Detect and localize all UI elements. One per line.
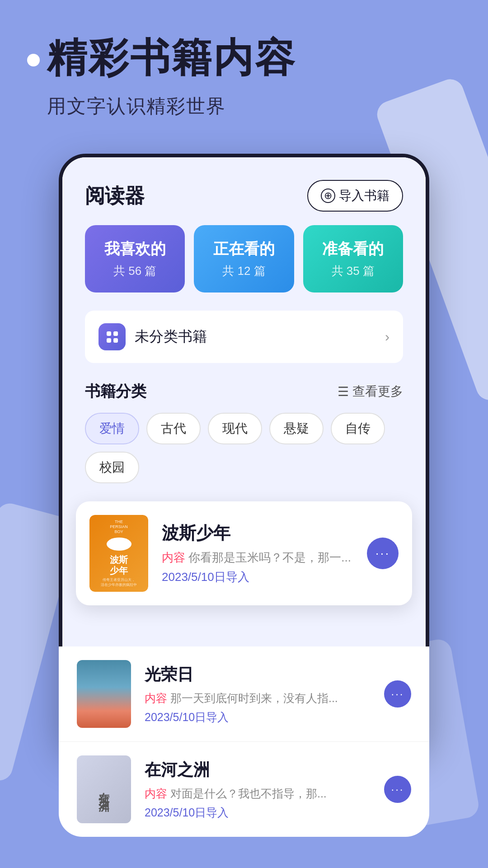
- book-cover-persian: THEPERSIANBOY 波斯少年 传奇王者亚历山大，活在少年亦敌的疯狂中: [89, 515, 148, 592]
- list-icon: ☰: [338, 384, 349, 399]
- book-date-0: 2023/5/10日导入: [162, 569, 353, 585]
- tag-love[interactable]: 爱情: [85, 413, 139, 444]
- category-favorite[interactable]: 我喜欢的 共 56 篇: [85, 225, 185, 292]
- app-title: 阅读器: [85, 183, 145, 209]
- dots-grid: [101, 326, 123, 348]
- tag-biography[interactable]: 自传: [331, 413, 385, 444]
- excerpt-text-0: 你看那是玉米吗？不是，那一...: [188, 551, 351, 564]
- tag-label-4: 自传: [345, 421, 371, 435]
- three-dots-icon-2: ···: [391, 783, 404, 796]
- sub-title: 用文字认识精彩世界: [47, 94, 461, 119]
- books-section-header: 书籍分类 ☰ 查看更多: [62, 377, 426, 413]
- persian-book-subtitle: THEPERSIANBOY: [110, 519, 128, 534]
- book-info-zai: 在河之洲 内容 对面是什么？我也不指导，那... 2023/5/10日导入: [145, 759, 371, 820]
- bullet-dot: [27, 54, 40, 66]
- excerpt-text-2: 对面是什么？我也不指导，那...: [170, 787, 327, 800]
- view-more-label: 查看更多: [352, 383, 403, 400]
- excerpt-label-2: 内容: [145, 787, 167, 800]
- uncat-left: 未分类书籍: [99, 323, 207, 350]
- three-dots-icon-1: ···: [391, 688, 404, 700]
- tag-campus[interactable]: 校园: [85, 452, 139, 483]
- book-title-0: 波斯少年: [162, 522, 353, 545]
- book-info-guangzhi: 光荣日 内容 那一天到底何时到来，没有人指... 2023/5/10日导入: [145, 664, 371, 725]
- import-button[interactable]: ⊕ 导入书籍: [307, 180, 403, 212]
- cat-count-0: 共 56 篇: [94, 263, 176, 279]
- tags-row: 爱情 古代 现代 悬疑 自传 校园: [62, 413, 426, 497]
- uncategorized-row[interactable]: 未分类书籍 ›: [85, 311, 403, 363]
- book-menu-button-2[interactable]: ···: [384, 776, 411, 803]
- tag-modern[interactable]: 现代: [208, 413, 262, 444]
- persian-circle: [107, 538, 131, 551]
- book-menu-button-0[interactable]: ···: [367, 538, 399, 569]
- zai-cover-text: 在河之洲: [97, 784, 111, 795]
- book-excerpt-2: 内容 对面是什么？我也不指导，那...: [145, 786, 371, 802]
- uncat-icon: [99, 323, 126, 350]
- uncat-label: 未分类书籍: [135, 327, 207, 347]
- excerpt-label-0: 内容: [162, 551, 185, 564]
- book-excerpt-1: 内容 那一天到底何时到来，没有人指...: [145, 690, 371, 706]
- category-planned[interactable]: 准备看的 共 35 篇: [303, 225, 403, 292]
- book-item-2[interactable]: 在河之洲 在河之洲 内容 对面是什么？我也不指导，那... 2023/5/10日…: [59, 742, 429, 837]
- book-title-2: 在河之洲: [145, 759, 371, 781]
- category-cards: 我喜欢的 共 56 篇 正在看的 共 12 篇 准备看的 共 35 篇: [62, 225, 426, 306]
- book-date-1: 2023/5/10日导入: [145, 710, 371, 725]
- tag-label-3: 悬疑: [284, 421, 309, 435]
- section-title: 书籍分类: [85, 381, 146, 402]
- book-menu-button-1[interactable]: ···: [384, 680, 411, 708]
- book-info-persian: 波斯少年 内容 你看那是玉米吗？不是，那一... 2023/5/10日导入: [162, 522, 353, 585]
- featured-book-card[interactable]: THEPERSIANBOY 波斯少年 传奇王者亚历山大，活在少年亦敌的疯狂中 波…: [76, 501, 412, 605]
- book-excerpt-0: 内容 你看那是玉米吗？不是，那一...: [162, 549, 353, 566]
- tag-ancient[interactable]: 古代: [146, 413, 201, 444]
- book-date-2: 2023/5/10日导入: [145, 805, 371, 820]
- book-item-1[interactable]: 光荣日 内容 那一天到底何时到来，没有人指... 2023/5/10日导入 ··…: [59, 646, 429, 742]
- chevron-right-icon: ›: [385, 329, 389, 344]
- app-header: 阅读器 ⊕ 导入书籍: [62, 157, 426, 225]
- cat-title-2: 准备看的: [312, 239, 394, 259]
- persian-title-text: 波斯少年: [110, 554, 128, 576]
- book-list-below: 光荣日 内容 那一天到底何时到来，没有人指... 2023/5/10日导入 ··…: [59, 646, 429, 837]
- book-title-1: 光荣日: [145, 664, 371, 686]
- excerpt-text-1: 那一天到底何时到来，没有人指...: [170, 692, 338, 704]
- excerpt-label-1: 内容: [145, 692, 167, 704]
- dot-1: [107, 331, 111, 336]
- tag-label-1: 古代: [161, 421, 186, 435]
- import-label: 导入书籍: [339, 187, 389, 204]
- cat-count-1: 共 12 篇: [203, 263, 285, 279]
- three-dots-icon-0: ···: [375, 546, 390, 561]
- category-reading[interactable]: 正在看的 共 12 篇: [194, 225, 294, 292]
- tag-mystery[interactable]: 悬疑: [269, 413, 324, 444]
- dot-2: [113, 331, 118, 336]
- top-section: 精彩书籍内容 用文字认识精彩世界: [0, 0, 488, 137]
- tag-label-0: 爱情: [99, 421, 125, 435]
- cat-title-1: 正在看的: [203, 239, 285, 259]
- main-title: 精彩书籍内容: [47, 36, 296, 80]
- persian-author: 传奇王者亚历山大，活在少年亦敌的疯狂中: [101, 578, 137, 587]
- tag-label-5: 校园: [99, 460, 125, 474]
- view-more-button[interactable]: ☰ 查看更多: [338, 383, 403, 400]
- tag-label-2: 现代: [222, 421, 248, 435]
- cat-title-0: 我喜欢的: [94, 239, 176, 259]
- book-cover-guangzhi: [77, 660, 131, 728]
- dot-3: [107, 338, 111, 343]
- cat-count-2: 共 35 篇: [312, 263, 394, 279]
- plus-icon: ⊕: [321, 189, 335, 203]
- book-cover-zai: 在河之洲: [77, 755, 131, 823]
- dot-4: [113, 338, 118, 343]
